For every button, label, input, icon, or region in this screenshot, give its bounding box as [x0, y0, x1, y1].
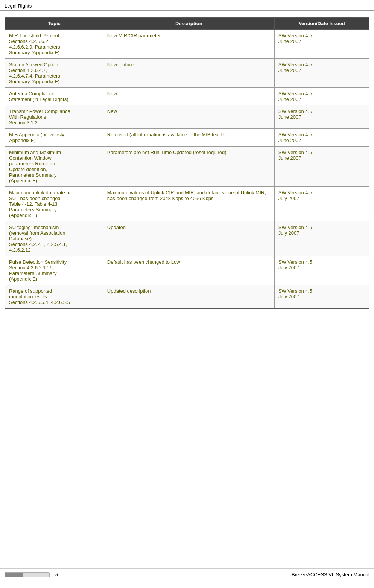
- table-row: Pulse Detection SensitivitySection 4.2.6…: [5, 256, 369, 285]
- table-cell-description: New: [103, 105, 274, 129]
- table-cell-version: SW Version 4.5July 2007: [274, 285, 369, 309]
- col-header-topic: Topic: [5, 17, 103, 30]
- table-row: Maximum uplink data rate ofSU-I has been…: [5, 187, 369, 221]
- table-row: Minimum and MaximumContention Windowpara…: [5, 147, 369, 187]
- table-cell-version: SW Version 4.5June 2007: [274, 59, 369, 88]
- table-row: Antenna ComplianceStatement (in Legal Ri…: [5, 88, 369, 105]
- table-cell-version: SW Version 4.5July 2007: [274, 256, 369, 285]
- table-cell-version: SW Version 4.5July 2007: [274, 187, 369, 221]
- table-cell-topic: MIR Threshold PercentSections 4.2.6.6.2,…: [5, 30, 103, 59]
- header-title: Legal Rights: [5, 3, 32, 9]
- table-row: MIB Appendix (previouslyAppendix E)Remov…: [5, 129, 369, 147]
- table-cell-version: SW Version 4.5June 2007: [274, 88, 369, 105]
- table-cell-topic: Antenna ComplianceStatement (in Legal Ri…: [5, 88, 103, 105]
- table-cell-version: SW Version 4.5July 2007: [274, 221, 369, 256]
- table-cell-topic: Range of supportedmodulation levelsSecti…: [5, 285, 103, 309]
- table-cell-description: Parameters are not Run-Time Updated (res…: [103, 147, 274, 187]
- table-cell-version: SW Version 4.5June 2007: [274, 105, 369, 129]
- table-cell-description: Default has been changed to Low: [103, 256, 274, 285]
- table-row: Transmit Power ComplianceWith Regulation…: [5, 105, 369, 129]
- page-header: Legal Rights: [0, 0, 374, 11]
- footer-progress-bar: [5, 572, 50, 577]
- table-cell-version: SW Version 4.5June 2007: [274, 30, 369, 59]
- table-cell-description: New MIR/CIR parameter: [103, 30, 274, 59]
- table-cell-topic: Station Allowed OptionSection 4.2.6.4.7,…: [5, 59, 103, 88]
- changes-table: Topic Description Version/Date Issued MI…: [5, 17, 369, 309]
- main-content: Topic Description Version/Date Issued MI…: [0, 17, 374, 309]
- table-cell-topic: Maximum uplink data rate ofSU-I has been…: [5, 187, 103, 221]
- footer-left: vi: [5, 572, 58, 577]
- footer-page-number: vi: [54, 572, 58, 577]
- table-cell-description: New: [103, 88, 274, 105]
- table-cell-version: SW Version 4.5June 2007: [274, 147, 369, 187]
- table-cell-description: Updated: [103, 221, 274, 256]
- table-row: Station Allowed OptionSection 4.2.6.4.7,…: [5, 59, 369, 88]
- table-cell-topic: MIB Appendix (previouslyAppendix E): [5, 129, 103, 147]
- footer-progress-fill: [5, 573, 23, 577]
- col-header-version: Version/Date Issued: [274, 17, 369, 30]
- footer-manual-name: BreezeACCESS VL System Manual: [292, 572, 369, 577]
- table-cell-topic: Transmit Power ComplianceWith Regulation…: [5, 105, 103, 129]
- table-cell-description: New feature: [103, 59, 274, 88]
- table-cell-topic: SU “aging” mechanism(removal from Associ…: [5, 221, 103, 256]
- table-header-row: Topic Description Version/Date Issued: [5, 17, 369, 30]
- col-header-description: Description: [103, 17, 274, 30]
- table-cell-version: SW Version 4.5June 2007: [274, 129, 369, 147]
- table-cell-topic: Minimum and MaximumContention Windowpara…: [5, 147, 103, 187]
- table-row: Range of supportedmodulation levelsSecti…: [5, 285, 369, 309]
- page-footer: vi BreezeACCESS VL System Manual: [0, 568, 374, 580]
- table-cell-description: Removed (all information is available in…: [103, 129, 274, 147]
- table-cell-topic: Pulse Detection SensitivitySection 4.2.6…: [5, 256, 103, 285]
- table-row: SU “aging” mechanism(removal from Associ…: [5, 221, 369, 256]
- table-row: MIR Threshold PercentSections 4.2.6.6.2,…: [5, 30, 369, 59]
- footer-bar: vi BreezeACCESS VL System Manual: [5, 572, 369, 577]
- table-cell-description: Maximum values of Uplink CIR and MIR, an…: [103, 187, 274, 221]
- table-cell-description: Updated description: [103, 285, 274, 309]
